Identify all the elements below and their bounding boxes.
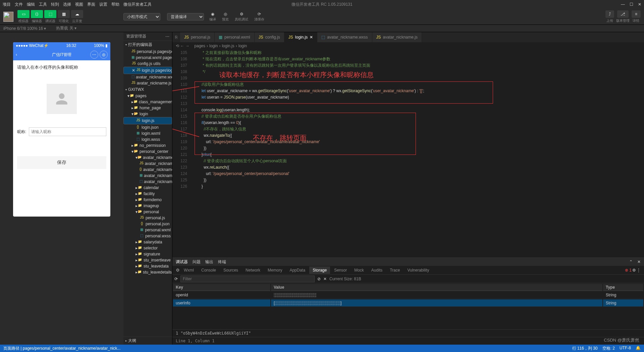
avatar[interactable] [3,12,13,22]
hot-reload-toggle[interactable]: 热重载 关 ▾ [56,25,76,31]
tab-close-icon[interactable]: ✕ [310,35,313,40]
version-button[interactable]: ⎇ [617,10,629,18]
cloud-button[interactable]: ☁ [71,10,83,18]
menu-file[interactable]: 文件 [15,2,23,7]
remote-debug-icon[interactable]: ⚙ [240,12,244,16]
storage-row-selected[interactable]: userInfo[░░░░░░░░░░░░░░░░░░░░░░░]String [173,299,643,307]
file[interactable]: ▦avatar_nickname.w... [123,173,172,179]
open-file[interactable]: JSavatar_nickname.js pag... [123,80,172,86]
tab-config-js[interactable]: JSconfig.js [255,32,284,42]
phone-preview[interactable]: ●●●●● WeChat⚡16:32100% ▮ ‹ 广信IT管理 ⋯◎ 请输入… [13,42,110,217]
save-button[interactable]: 保存 [17,156,106,169]
menu-tool[interactable]: 工具 [39,2,47,7]
folder[interactable]: ▸📁selector [123,245,172,251]
project-section[interactable]: ▾GXITWX [123,86,172,93]
dt-wxml[interactable]: Wxml [180,267,197,274]
open-file-active[interactable]: ✕JSlogin.js pages\login [123,67,172,74]
dt-vuln[interactable]: Vulnerability [404,267,432,274]
tab-avatar-wxss[interactable]: ⬚avatar_nickname.wxss [317,32,372,42]
minimize-icon[interactable]: — [621,2,625,7]
file[interactable]: {}personal.json [123,221,172,227]
menu-settings[interactable]: 设置 [99,2,107,7]
dt-audits[interactable]: Audits [368,267,386,274]
clear-icon[interactable]: ⊘ [317,277,321,281]
breadcrumb[interactable]: ⟲ ← → pages › login › login.js › login [172,42,644,50]
menu-project[interactable]: 项目 [3,2,11,7]
storage-row[interactable]: openId░░░░░░░░░░░░░░░String [173,292,643,299]
devtools-tab[interactable]: 问题 [193,259,201,265]
file[interactable]: ▦login.wxml [123,130,172,136]
file-login-js[interactable]: JSlogin.js [123,117,172,124]
dt-appdata[interactable]: AppData [286,267,309,274]
folder-login[interactable]: ▾📂login [123,111,172,117]
folder[interactable]: ▸📁calendar [123,185,172,191]
more-icon[interactable]: ⋮ [637,268,641,273]
dt-storage[interactable]: Storage [309,267,330,274]
debugger-button[interactable]: ⬚ [44,10,56,18]
menu-dots-icon[interactable]: ⋯ [90,51,98,59]
dt-sensor[interactable]: Sensor [331,267,350,274]
file[interactable]: {}login.json [123,124,172,130]
close-panel-icon[interactable]: ✕ [637,259,641,264]
outline-section[interactable]: ▸大纲 [123,337,172,345]
compile-select[interactable]: 普通编译 [167,13,204,20]
detail-button[interactable]: ≡ [632,10,641,18]
file[interactable]: ⬚avatar_nickname.w... [123,179,172,185]
folder[interactable]: ▸📁no_permission [123,142,172,149]
menu-ui[interactable]: 界面 [87,2,95,7]
dt-memory[interactable]: Memory [264,267,285,274]
file[interactable]: JSavatar_nickname.js [123,161,172,167]
more-icon[interactable]: ⋯ [165,34,169,39]
folder[interactable]: ▸📁stu_leavedata [123,263,172,269]
upload-button[interactable]: ⤴ [605,10,614,18]
open-editors-section[interactable]: ▾打开的编辑器 [123,41,172,49]
tab-login-js[interactable]: JSlogin.js✕ [284,32,317,42]
visual-button[interactable]: ▦ [58,10,70,18]
folder[interactable]: ▸📁salarydata [123,239,172,245]
folder[interactable]: ▾📂personal_center [123,149,172,155]
mode-select[interactable]: 小程序模式 [123,13,160,20]
indent-info[interactable]: 空格: 2 [602,346,615,351]
editor-button[interactable]: ⟨⟩ [31,10,43,18]
file[interactable]: ▦personal.wxml [123,227,172,233]
compile-icon[interactable]: ◉ [211,12,214,16]
dt-sources[interactable]: Sources [220,267,241,274]
folder[interactable]: ▸📁stu_insertleave [123,257,172,263]
file[interactable]: ⬚personal.wxss [123,233,172,239]
folder[interactable]: ▸📁class_management [123,99,172,105]
file[interactable]: ⬚login.wxss [123,136,172,142]
open-file[interactable]: ⬚avatar_nickname.wxss... [123,74,172,80]
menu-edit[interactable]: 编辑 [27,2,35,7]
filter-input[interactable] [180,276,315,282]
dt-console[interactable]: Console [198,267,219,274]
menu-view[interactable]: 视图 [75,2,83,7]
tab-personal-js[interactable]: JSpersonal.js [180,32,215,42]
devtools-tab[interactable]: 调试器 [176,259,188,265]
nickname-input[interactable] [29,127,106,136]
target-icon[interactable]: ◎ [100,51,108,59]
open-file[interactable]: ▦personal.wxml pages/p... [123,55,172,61]
open-file[interactable]: JSpersonal.js pages/perso... [123,49,172,55]
encoding-info[interactable]: UTF-8 [620,346,631,351]
code-editor[interactable]: 1051061071081091101111121131141151161171… [172,50,644,257]
folder[interactable]: ▾📂avatar_nickname [123,155,172,161]
devtools-tab[interactable]: 输出 [205,259,213,265]
explorer-icon[interactable]: ⎘ [172,35,180,40]
file[interactable]: {}avatar_nickname.j... [123,167,172,173]
devtools-tab[interactable]: 终端 [218,259,226,265]
menu-select[interactable]: 选择 [63,2,71,7]
folder[interactable]: ▸📁signature [123,251,172,257]
gear-icon[interactable]: ⚙ [632,268,636,273]
tab-avatar-js[interactable]: JSavatar_nickname.js [372,32,422,42]
folder-pages[interactable]: ▾📁pages [123,93,172,99]
preview-icon[interactable]: ◎ [224,12,227,16]
simulator-button[interactable]: ▭ [17,10,30,18]
page-path[interactable]: 页面路径 | pages/personal_center/avatar_nick… [3,346,120,351]
cursor-position[interactable]: 行 116，列 30 [572,346,598,351]
folder[interactable]: ▸📁facility [123,191,172,197]
back-icon[interactable]: ‹ [16,52,17,57]
clear-cache-icon[interactable]: ⟳ [258,12,261,16]
file[interactable]: JSpersonal.js [123,215,172,221]
folder[interactable]: ▸📁stu_leavedetails [123,269,172,275]
folder[interactable]: ▸📁home_page [123,105,172,111]
